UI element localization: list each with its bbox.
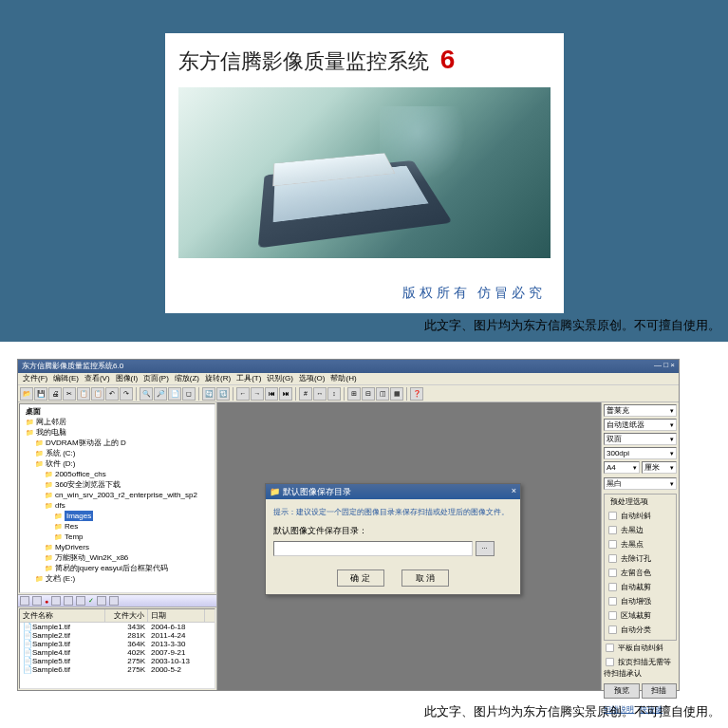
toolbar-icon[interactable]: ❓ (410, 387, 423, 401)
view2-icon[interactable] (64, 596, 73, 606)
preprocess-check[interactable]: 左留音色 (607, 566, 674, 580)
toolbar-icon[interactable]: → (251, 387, 264, 401)
tree-node[interactable]: 2005office_chs (22, 469, 213, 479)
toolbar-icon[interactable]: 💾 (34, 387, 47, 401)
cancel-button[interactable]: 取 消 (401, 569, 449, 587)
toolbar-icon[interactable]: ◻ (182, 387, 196, 401)
toolbar-icon[interactable]: 🔎 (154, 387, 167, 401)
menu-item[interactable]: 图像(I) (116, 374, 139, 383)
browse-button[interactable]: ... (476, 541, 495, 556)
toolbar-icon[interactable]: ← (236, 387, 250, 401)
color-combo[interactable]: 黑白 (604, 477, 677, 490)
toolbar-icon[interactable]: 🔍 (140, 387, 153, 401)
scan-button[interactable]: 扫描 (642, 683, 678, 699)
splash-version: 6 (440, 45, 456, 74)
folder-tree[interactable]: 桌面网上邻居我的电脑DVDRAM驱动器 上的 D系统 (C:)软件 (D:)20… (19, 403, 215, 593)
tree-toolbar[interactable]: ● ✓ (18, 594, 216, 607)
toolbar-icon[interactable]: ↕ (327, 387, 341, 401)
toolbar-icon[interactable]: 📋 (91, 387, 104, 401)
toolbar-icon[interactable]: ↔ (313, 387, 327, 401)
toolbar-icon[interactable]: ↶ (105, 387, 119, 401)
file-row[interactable]: 📄Sample6.tif275K2000-5-2 (20, 665, 215, 674)
feeder-combo[interactable]: 自动送纸器 (604, 419, 677, 431)
tree-node[interactable]: Res (22, 521, 213, 532)
toolbar-icon[interactable]: 🖨 (48, 387, 62, 401)
del-icon[interactable] (97, 596, 106, 606)
toolbar-icon[interactable]: 📄 (168, 387, 181, 401)
toolbar-icon[interactable]: 🔄 (202, 387, 215, 401)
tree-node[interactable]: 万能驱动_Win2K_x86 (22, 552, 213, 563)
menu-item[interactable]: 页面(P) (143, 374, 169, 383)
toolbar-icon[interactable]: ↷ (120, 387, 133, 401)
preprocess-check[interactable]: 自动增强 (607, 594, 674, 608)
tree-node[interactable]: 网上邻居 (22, 417, 213, 427)
tree-node[interactable]: 软件 (D:) (22, 458, 213, 469)
menu-item[interactable]: 缩放(Z) (175, 374, 199, 383)
tree-node[interactable]: cn_win_srv_2003_r2_enterprise_with_sp2 (22, 490, 213, 500)
file-row[interactable]: 📄Sample2.tif281K2011-4-24 (20, 631, 215, 640)
toolbar-icon[interactable]: ▦ (390, 387, 403, 401)
preprocess-check[interactable]: 去黑边 (607, 523, 674, 537)
dialog-close[interactable]: × (512, 486, 516, 497)
preview-button[interactable]: 预览 (604, 683, 640, 699)
window-controls[interactable]: — □ × (654, 361, 675, 372)
left-column: 桌面网上邻居我的电脑DVDRAM驱动器 上的 D系统 (C:)软件 (D:)20… (18, 402, 217, 690)
menu-item[interactable]: 工具(T) (236, 374, 261, 383)
menu-item[interactable]: 文件(F) (23, 374, 47, 383)
preprocess-check[interactable]: 自动纠斜 (607, 509, 674, 523)
duplex-combo[interactable]: 双面 (604, 433, 677, 445)
refresh-icon[interactable] (20, 596, 29, 606)
preprocess-check[interactable]: 区域裁剪 (607, 608, 674, 623)
menu-item[interactable]: 旋转(R) (205, 374, 231, 383)
toolbar-icon[interactable]: ⊞ (347, 387, 361, 401)
file-row[interactable]: 📄Sample1.tif343K2004-6-18 (20, 623, 215, 631)
toolbar-icon[interactable]: ⏭ (279, 387, 292, 401)
paper-combo[interactable]: A4 (604, 461, 640, 474)
tree-node[interactable]: 我的电脑 (22, 427, 213, 438)
toolbar-icon[interactable]: 📂 (20, 387, 33, 401)
tree-node[interactable]: Temp (22, 532, 213, 542)
tree-node[interactable]: 文档 (E:) (22, 573, 213, 584)
ok-button[interactable]: 确 定 (337, 569, 384, 587)
preprocess-check[interactable]: 自动裁剪 (607, 580, 674, 594)
preprocess-check[interactable]: 去黑点 (607, 537, 674, 551)
toolbar-icon[interactable]: ✂ (63, 387, 76, 401)
tree-node[interactable]: Images (22, 511, 213, 521)
menu-item[interactable]: 选项(O) (299, 374, 326, 383)
menubar[interactable]: 文件(F)编辑(E)查看(V)图像(I)页面(P)缩放(Z)旋转(R)工具(T)… (18, 373, 679, 385)
menu-item[interactable]: 查看(V) (84, 374, 110, 383)
file-list[interactable]: 文件名称文件大小日期 📄Sample1.tif343K2004-6-18📄Sam… (19, 608, 215, 689)
view-icon[interactable] (51, 596, 61, 606)
preprocess-check[interactable]: 自动分类 (607, 623, 674, 637)
menu-item[interactable]: 编辑(E) (53, 374, 79, 383)
unit-combo[interactable]: 厘米 (642, 461, 678, 474)
toolbar-icon[interactable]: ⏮ (265, 387, 278, 401)
toolbar-icon[interactable]: 🔃 (216, 387, 230, 401)
scanner-combo[interactable]: 普莱克 (604, 404, 677, 417)
flatbed-deskew-check[interactable]: 平板自动纠斜 (604, 641, 677, 655)
file-row[interactable]: 📄Sample3.tif364K2013-3-30 (20, 640, 215, 648)
dpi-combo[interactable]: 300dpi (604, 447, 677, 459)
noconfirm-check[interactable]: 按页扫描无需等待扫描承认 (604, 655, 677, 680)
copy-icon[interactable] (109, 596, 119, 606)
toolbar-icon[interactable]: # (299, 387, 312, 401)
tree-node[interactable]: dfs (22, 500, 213, 511)
sort-icon[interactable] (76, 596, 85, 606)
file-row[interactable]: 📄Sample4.tif402K2007-9-21 (20, 648, 215, 657)
up-icon[interactable] (32, 596, 42, 606)
toolbar-icon[interactable]: ⊟ (362, 387, 375, 401)
dir-input[interactable] (273, 541, 473, 556)
menu-item[interactable]: 帮助(H) (330, 374, 356, 383)
splash-image (178, 87, 551, 258)
tree-node[interactable]: 系统 (C:) (22, 448, 213, 458)
toolbar-icon[interactable]: ◫ (376, 387, 389, 401)
tree-node[interactable]: DVDRAM驱动器 上的 D (22, 438, 213, 448)
tree-node[interactable]: 简易的jquery easyui后台框架代码 (22, 563, 213, 573)
toolbar[interactable]: 📂💾🖨✂📋📋↶↷🔍🔎📄◻🔄🔃←→⏮⏭#↔↕⊞⊟◫▦❓ (18, 385, 679, 402)
file-row[interactable]: 📄Sample5.tif275K2003-10-13 (20, 657, 215, 665)
tree-node[interactable]: MyDrivers (22, 542, 213, 552)
menu-item[interactable]: 识别(G) (267, 374, 293, 383)
preprocess-check[interactable]: 去除订孔 (607, 551, 674, 566)
toolbar-icon[interactable]: 📋 (77, 387, 90, 401)
tree-node[interactable]: 360安全浏览器下载 (22, 479, 213, 490)
